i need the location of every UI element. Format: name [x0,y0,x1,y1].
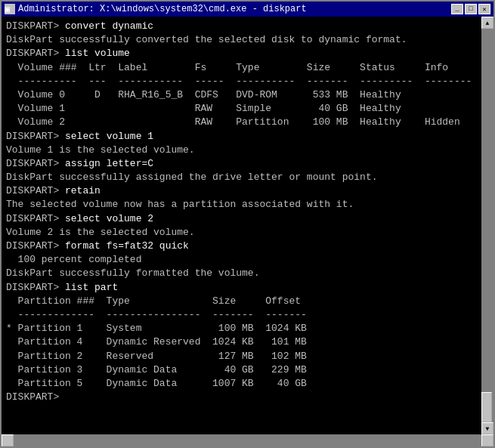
hscroll-right-button[interactable]: ▶ [481,434,493,446]
terminal-line: Volume 0 D RHA_R16_5_B CDFS DVD-ROM 533 … [6,88,477,102]
terminal-line: * Partition 1 System 100 MB 1024 KB [6,322,477,335]
window-icon: ▣ [5,4,15,14]
terminal-line: ---------- --- ----------- ----- -------… [6,75,477,88]
scrollbar-track[interactable] [481,29,493,422]
cmd-window: ▣ Administrator: X:\windows\system32\cmd… [0,0,495,448]
hscroll-track[interactable] [14,434,481,446]
terminal-line: Volume 1 RAW Simple 40 GB Healthy [6,102,477,116]
terminal-line: DISKPART> select volume 2 [6,212,477,226]
terminal-line: Partition 4 Dynamic Reserved 1024 KB 101… [6,335,477,349]
titlebar-left: ▣ Administrator: X:\windows\system32\cmd… [5,4,307,14]
terminal-line: 100 percent completed [6,253,477,267]
terminal-line: DiskPart successfully formatted the volu… [6,267,477,280]
scroll-down-button[interactable]: ▼ [481,422,493,434]
titlebar: ▣ Administrator: X:\windows\system32\cmd… [2,2,493,17]
horizontal-scrollbar[interactable]: ◀ ▶ [2,434,493,446]
close-button[interactable]: ✕ [478,4,490,14]
terminal-line: DISKPART> assign letter=C [6,157,477,171]
terminal-line: DiskPart successfully converted the sele… [6,33,477,47]
terminal-line: DISKPART> format fs=fat32 quick [6,239,477,253]
terminal-content[interactable]: DISKPART> convert dynamicDiskPart succes… [2,17,481,434]
scroll-up-button[interactable]: ▲ [481,17,493,29]
main-layout: DISKPART> convert dynamicDiskPart succes… [2,17,493,434]
window-title: Administrator: X:\windows\system32\cmd.e… [18,4,307,14]
terminal-line: Partition 2 Reserved 127 MB 102 MB [6,350,477,363]
terminal-line: Volume 2 is the selected volume. [6,226,477,239]
maximize-button[interactable]: □ [465,4,477,14]
terminal-line: ------------- ---------------- ------- -… [6,308,477,322]
terminal-line: Partition ### Type Size Offset [6,295,477,308]
scrollbar-thumb[interactable] [481,392,492,422]
terminal-line: DISKPART> list volume [6,47,477,60]
vertical-scrollbar[interactable]: ▲ ▼ [481,17,493,434]
terminal-line: DISKPART> convert dynamic [6,20,477,33]
terminal-line: DISKPART> [6,391,477,404]
titlebar-controls: _ □ ✕ [451,4,490,14]
terminal-line: Partition 3 Dynamic Data 40 GB 229 MB [6,363,477,377]
terminal-line: DISKPART> select volume 1 [6,130,477,144]
terminal-line: The selected volume now has a partition … [6,198,477,212]
terminal-line: Volume 2 RAW Partition 100 MB Healthy Hi… [6,116,477,129]
terminal-line: DISKPART> list part [6,281,477,295]
minimize-button[interactable]: _ [451,4,463,14]
terminal-line: Volume 1 is the selected volume. [6,144,477,157]
terminal-line: Volume ### Ltr Label Fs Type Size Status… [6,61,477,75]
terminal-line: Partition 5 Dynamic Data 1007 KB 40 GB [6,377,477,391]
terminal-line: DISKPART> retain [6,184,477,198]
hscroll-left-button[interactable]: ◀ [2,434,14,446]
terminal-line: DiskPart successfully assigned the drive… [6,171,477,184]
